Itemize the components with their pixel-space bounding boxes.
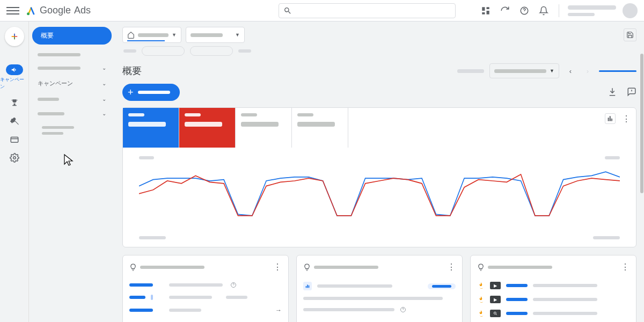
svg-rect-9 xyxy=(307,285,308,288)
logo[interactable]: Google Ads xyxy=(26,5,91,16)
scrollbar[interactable] xyxy=(640,21,644,322)
metric-tile-2[interactable] xyxy=(179,108,236,148)
help-circle-icon[interactable] xyxy=(400,306,406,313)
icon-rail: キャンペーン xyxy=(0,21,29,322)
date-prev[interactable]: ‹ xyxy=(565,65,576,77)
sidebar-overview[interactable]: 概要 xyxy=(32,27,112,45)
search-ad-icon xyxy=(490,310,501,317)
sidebar-item-4[interactable]: ⌄ xyxy=(32,92,112,106)
date-range-picker[interactable]: ▼ xyxy=(489,63,559,78)
compare-label xyxy=(457,69,484,73)
svg-rect-10 xyxy=(309,286,310,288)
sidebar-item-5[interactable]: ⌄ xyxy=(32,106,112,121)
y-axis-label-right xyxy=(605,156,620,159)
megaphone-icon xyxy=(6,64,23,75)
metric-tile-1[interactable] xyxy=(123,108,179,148)
card-menu-icon[interactable]: ⋮ xyxy=(621,262,630,272)
header: Google Ads xyxy=(0,0,644,21)
rail-billing-icon[interactable] xyxy=(9,134,20,145)
notifications-icon[interactable] xyxy=(537,4,550,17)
help-circle-icon[interactable] xyxy=(230,282,237,288)
download-icon[interactable] xyxy=(608,87,617,98)
filter-chip[interactable] xyxy=(190,46,233,56)
filter-row xyxy=(122,46,636,56)
scope-row: ▼ ▼ xyxy=(122,27,636,43)
list-item[interactable]: ▶ xyxy=(477,292,630,306)
save-view-icon[interactable] xyxy=(624,28,636,41)
fire-icon xyxy=(477,310,485,317)
sidebar-item-1[interactable] xyxy=(32,49,112,61)
content: ▼ ▼ 概要 ▼ ‹ › xyxy=(115,21,644,322)
scrollbar-thumb[interactable] xyxy=(640,54,643,193)
svg-point-12 xyxy=(494,312,496,314)
chart-card: ⋮ xyxy=(122,107,636,247)
cards-row: ⋮ → → → ⋮ xyxy=(122,255,636,322)
search-field[interactable] xyxy=(296,6,451,14)
svg-rect-4 xyxy=(608,118,609,121)
chevron-down-icon: ⌄ xyxy=(102,65,106,71)
scope-secondary[interactable]: ▼ xyxy=(186,27,245,43)
chevron-down-icon: ⌄ xyxy=(102,96,106,102)
logo-suffix: Ads xyxy=(74,5,91,16)
metric-tile-4[interactable] xyxy=(292,108,348,148)
logo-text: Google xyxy=(40,5,71,16)
svg-rect-8 xyxy=(306,286,307,288)
list-item[interactable]: → xyxy=(129,317,282,322)
video-icon: ▶ xyxy=(490,282,501,289)
svg-point-0 xyxy=(27,12,30,15)
hamburger-icon[interactable] xyxy=(6,4,19,17)
search-input[interactable] xyxy=(279,3,456,18)
list-item[interactable] xyxy=(129,291,282,303)
chevron-down-icon: ▼ xyxy=(235,32,240,38)
chevron-down-icon: ⌄ xyxy=(102,111,106,116)
cursor-icon xyxy=(62,153,75,166)
card-menu-icon[interactable]: ⋮ xyxy=(447,262,456,272)
filter-chip[interactable] xyxy=(142,46,185,56)
y-axis-label-left xyxy=(139,156,154,159)
avatar[interactable] xyxy=(623,3,638,18)
new-campaign-button[interactable]: + xyxy=(122,84,180,101)
fire-icon xyxy=(477,296,485,303)
arrow-right-icon: → xyxy=(275,306,282,314)
svg-point-3 xyxy=(13,157,16,159)
list-item[interactable] xyxy=(303,279,456,294)
sidebar: 概要 ⌄ キャンペーン⌄ ⌄ ⌄ xyxy=(29,21,115,322)
action-row: + xyxy=(122,84,636,101)
card-menu-icon[interactable]: ⋮ xyxy=(273,262,282,272)
metric-row: ⋮ xyxy=(123,108,636,148)
search-icon xyxy=(283,6,292,15)
help-icon[interactable] xyxy=(518,4,531,17)
insight-card-2: ⋮ xyxy=(296,255,463,322)
list-item[interactable] xyxy=(129,279,282,291)
metric-tile-3[interactable] xyxy=(236,108,292,148)
chevron-down-icon: ▼ xyxy=(550,68,554,74)
chart-body xyxy=(123,148,636,233)
rail-tools-icon[interactable] xyxy=(9,116,20,127)
status-badge xyxy=(428,283,456,289)
sidebar-item-2[interactable]: ⌄ xyxy=(32,61,112,75)
fire-icon xyxy=(477,282,485,289)
refresh-icon[interactable] xyxy=(499,4,511,17)
feedback-icon[interactable] xyxy=(627,87,636,98)
scope-home[interactable]: ▼ xyxy=(122,27,181,43)
account-info[interactable] xyxy=(568,5,616,16)
chevron-down-icon: ▼ xyxy=(172,32,177,38)
line-chart xyxy=(139,162,620,226)
reports-icon[interactable] xyxy=(479,4,492,17)
rail-campaigns[interactable]: キャンペーン xyxy=(0,64,28,90)
chart-menu-icon[interactable]: ⋮ xyxy=(622,114,631,124)
rail-goals-icon[interactable] xyxy=(9,98,20,108)
plus-icon: + xyxy=(128,87,134,98)
sidebar-campaigns[interactable]: キャンペーン⌄ xyxy=(32,75,112,92)
lightbulb-icon xyxy=(303,264,311,271)
list-item[interactable] xyxy=(477,306,630,320)
rail-settings-icon[interactable] xyxy=(9,152,20,163)
bar-chart-icon xyxy=(303,282,312,290)
list-item[interactable]: → xyxy=(129,303,282,317)
expand-chart-icon[interactable] xyxy=(605,113,616,124)
sidebar-sub xyxy=(32,121,112,140)
video-icon: ▶ xyxy=(490,296,501,303)
svg-rect-6 xyxy=(611,119,612,121)
list-item[interactable]: ▶ xyxy=(477,279,630,292)
create-fab[interactable] xyxy=(5,27,24,46)
